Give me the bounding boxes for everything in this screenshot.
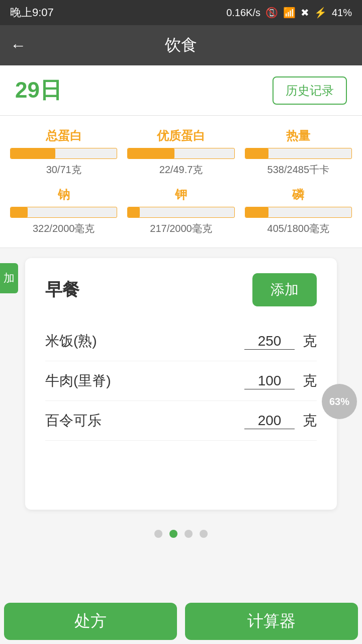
nutrition-label: 钾: [175, 187, 187, 203]
nutrition-value: 30/71克: [46, 163, 81, 177]
calculator-button[interactable]: 计算器: [185, 603, 358, 640]
date-section: 29日 历史记录: [0, 65, 362, 116]
charging-icon: ⚡: [314, 7, 327, 19]
pagination-dot[interactable]: [154, 530, 162, 538]
percent-badge: 63%: [322, 384, 357, 419]
food-unit: 克: [303, 371, 317, 390]
food-amount-input[interactable]: [244, 373, 295, 389]
pagination-dot[interactable]: [169, 530, 177, 538]
current-date: 29日: [15, 75, 62, 105]
progress-bar: [127, 207, 234, 218]
nutrition-item: 磷 405/1800毫克: [245, 187, 352, 235]
food-name: 百令可乐: [45, 411, 102, 430]
nutrition-label: 钠: [58, 187, 70, 203]
food-right: 克: [244, 371, 317, 390]
progress-fill: [11, 148, 55, 158]
meal-card: 早餐 添加 米饭(熟) 克 牛肉(里脊) 克 百令可乐 克: [25, 258, 337, 510]
nutrition-item: 优质蛋白 22/49.7克: [127, 128, 234, 177]
meal-title: 早餐: [45, 278, 79, 301]
progress-bar: [245, 207, 352, 218]
prescription-button[interactable]: 处方: [4, 603, 177, 640]
progress-bar: [245, 148, 352, 159]
nutrition-label: 优质蛋白: [157, 128, 205, 144]
food-row: 米饭(熟) 克: [45, 321, 317, 361]
food-list: 米饭(熟) 克 牛肉(里脊) 克 百令可乐 克: [45, 321, 317, 441]
progress-fill: [128, 148, 174, 158]
food-amount-input[interactable]: [244, 333, 295, 350]
status-bar: 晚上9:07 0.16K/s 📵 📶 ✖ ⚡ 41%: [0, 0, 362, 25]
pagination-dot[interactable]: [185, 530, 193, 538]
sim-icon: ✖: [301, 7, 309, 19]
food-right: 克: [244, 332, 317, 351]
nutrition-label: 磷: [292, 187, 304, 203]
food-unit: 克: [303, 411, 317, 430]
nutrition-item: 钾 217/2000毫克: [127, 187, 234, 235]
nutrition-item: 总蛋白 30/71克: [10, 128, 117, 177]
nutrition-item: 钠 322/2000毫克: [10, 187, 117, 235]
food-row: 牛肉(里脊) 克: [45, 361, 317, 401]
meal-area: 加 早餐 添加 米饭(熟) 克 牛肉(里脊) 克 百令可乐 克: [0, 248, 362, 520]
nutrition-value: 405/1800毫克: [267, 222, 329, 235]
network-speed: 0.16K/s: [226, 7, 260, 19]
progress-bar: [127, 148, 234, 159]
bottom-bar: 处方 计算器: [0, 599, 362, 644]
food-unit: 克: [303, 332, 317, 351]
pagination-dot[interactable]: [200, 530, 208, 538]
meal-card-header: 早餐 添加: [45, 273, 317, 306]
nutrition-value: 538/2485千卡: [267, 163, 329, 177]
page-title: 饮食: [165, 34, 197, 56]
nutrition-value: 217/2000毫克: [150, 222, 212, 235]
side-add-button[interactable]: 加: [0, 263, 18, 293]
wifi-icon: 📶: [283, 7, 296, 19]
add-food-button[interactable]: 添加: [252, 273, 317, 306]
nutrition-section: 总蛋白 30/71克 优质蛋白 22/49.7克 热量 538/2485千卡 钠…: [0, 116, 362, 248]
progress-fill: [11, 207, 28, 217]
progress-bar: [10, 207, 117, 218]
nutrition-item: 热量 538/2485千卡: [245, 128, 352, 177]
nutrition-value: 322/2000毫克: [33, 222, 95, 235]
nav-bar: ← 饮食: [0, 25, 362, 65]
signal-icon: 📵: [265, 7, 278, 19]
progress-fill: [128, 207, 139, 217]
back-button[interactable]: ←: [10, 36, 26, 55]
status-icons: 0.16K/s 📵 📶 ✖ ⚡ 41%: [226, 7, 352, 19]
food-row: 百令可乐 克: [45, 401, 317, 441]
progress-fill: [245, 207, 268, 217]
food-name: 牛肉(里脊): [45, 371, 111, 390]
nutrition-label: 总蛋白: [46, 128, 82, 144]
history-button[interactable]: 历史记录: [273, 76, 347, 105]
progress-bar: [10, 148, 117, 159]
pagination: [0, 520, 362, 543]
progress-fill: [245, 148, 268, 158]
nutrition-label: 热量: [286, 128, 310, 144]
status-time: 晚上9:07: [10, 5, 54, 20]
battery-level: 41%: [332, 7, 352, 19]
nutrition-value: 22/49.7克: [159, 163, 203, 177]
food-amount-input[interactable]: [244, 413, 295, 429]
food-right: 克: [244, 411, 317, 430]
food-name: 米饭(熟): [45, 332, 97, 351]
